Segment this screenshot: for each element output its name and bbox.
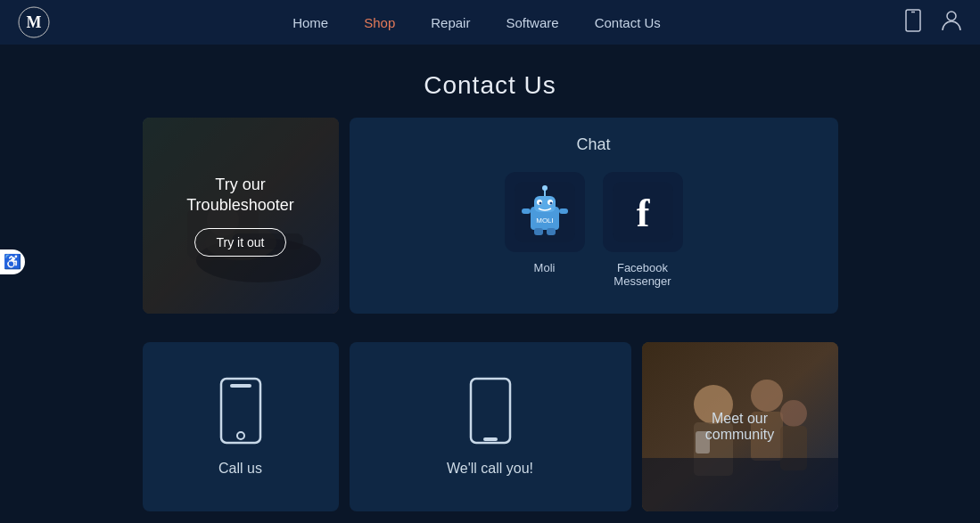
nav-shop[interactable]: Shop bbox=[364, 15, 395, 30]
moli-icon-container: MOLI bbox=[505, 172, 585, 252]
call-us-card[interactable]: Call us bbox=[143, 342, 339, 511]
call-us-phone-icon bbox=[218, 377, 264, 446]
call-us-label: Call us bbox=[218, 461, 262, 477]
svg-rect-23 bbox=[534, 228, 543, 235]
svg-rect-40 bbox=[642, 458, 838, 511]
chat-options: MOLI Moli f bbox=[505, 172, 683, 288]
svg-rect-21 bbox=[522, 208, 531, 214]
svg-rect-31 bbox=[483, 437, 498, 441]
svg-point-15 bbox=[542, 185, 548, 191]
user-nav-icon bbox=[941, 9, 962, 32]
motorola-m-icon: M bbox=[18, 6, 50, 38]
community-label: Meet ourcommunity bbox=[705, 411, 774, 442]
nav-software[interactable]: Software bbox=[506, 15, 558, 30]
facebook-chat-option[interactable]: f FacebookMessenger bbox=[603, 172, 683, 288]
device-icon-button[interactable] bbox=[903, 9, 923, 37]
bottom-grid: Call us We'll call you! bbox=[89, 342, 892, 523]
moli-chat-option[interactable]: MOLI Moli bbox=[505, 172, 585, 288]
community-content: Meet ourcommunity bbox=[705, 411, 774, 443]
svg-rect-30 bbox=[471, 379, 510, 443]
call-you-phone-icon bbox=[467, 377, 514, 446]
svg-text:MOLI: MOLI bbox=[536, 217, 554, 225]
facebook-icon-container: f bbox=[603, 172, 683, 252]
svg-rect-24 bbox=[547, 228, 556, 235]
facebook-messenger-label: FacebookMessenger bbox=[614, 261, 671, 288]
svg-point-4 bbox=[947, 12, 956, 20]
nav-repair[interactable]: Repair bbox=[431, 15, 470, 30]
troubleshooter-heading: Try our Troubleshooter bbox=[186, 175, 293, 217]
svg-point-29 bbox=[237, 432, 244, 439]
troubleshooter-content: Try our Troubleshooter Try it out bbox=[186, 175, 293, 257]
nav-home[interactable]: Home bbox=[292, 15, 328, 30]
svg-point-37 bbox=[780, 400, 807, 427]
svg-point-19 bbox=[549, 202, 552, 205]
community-card[interactable]: Meet ourcommunity bbox=[642, 342, 838, 511]
user-icon-button[interactable] bbox=[941, 9, 962, 37]
svg-point-18 bbox=[539, 202, 541, 205]
svg-text:f: f bbox=[636, 192, 650, 235]
svg-text:M: M bbox=[27, 13, 42, 31]
moli-label: Moli bbox=[534, 261, 556, 274]
navigation: M Home Shop Repair Software Contact Us bbox=[0, 0, 980, 45]
nav-icons bbox=[903, 9, 962, 37]
svg-rect-27 bbox=[221, 379, 260, 443]
troubleshooter-card[interactable]: Try our Troubleshooter Try it out bbox=[143, 118, 339, 314]
svg-point-35 bbox=[751, 380, 783, 412]
page-title: Contact Us bbox=[0, 45, 980, 118]
try-it-out-button[interactable]: Try it out bbox=[194, 228, 287, 257]
contact-grid: Try our Troubleshooter Try it out Chat bbox=[89, 118, 892, 342]
nav-contact[interactable]: Contact Us bbox=[595, 15, 661, 30]
moli-robot-icon: MOLI bbox=[515, 182, 575, 242]
call-you-label: We'll call you! bbox=[447, 461, 533, 477]
phone-nav-icon bbox=[903, 9, 923, 32]
svg-rect-28 bbox=[230, 384, 251, 388]
accessibility-icon: ♿ bbox=[4, 253, 21, 270]
call-you-card[interactable]: We'll call you! bbox=[350, 342, 631, 511]
svg-rect-22 bbox=[559, 208, 568, 214]
chat-card: Chat bbox=[350, 118, 838, 314]
svg-rect-2 bbox=[906, 10, 920, 31]
nav-links: Home Shop Repair Software Contact Us bbox=[77, 15, 877, 30]
facebook-messenger-icon: f bbox=[613, 182, 673, 242]
chat-title: Chat bbox=[576, 135, 610, 154]
motorola-logo[interactable]: M bbox=[18, 6, 50, 38]
accessibility-button[interactable]: ♿ bbox=[0, 249, 25, 274]
